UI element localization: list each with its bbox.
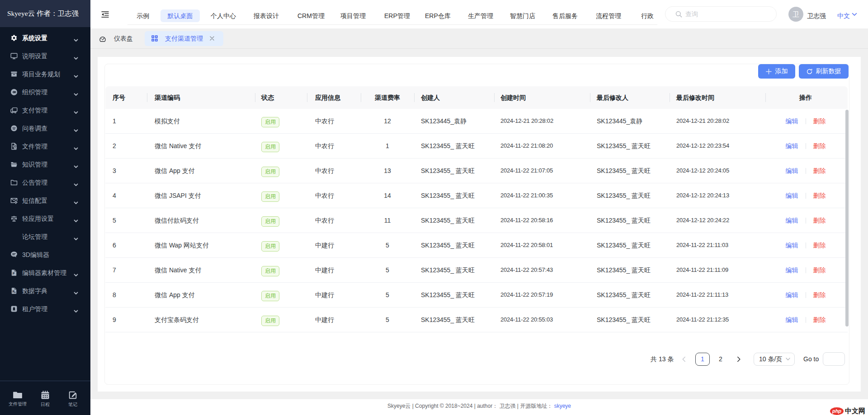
svg-text:P: P (13, 272, 15, 275)
